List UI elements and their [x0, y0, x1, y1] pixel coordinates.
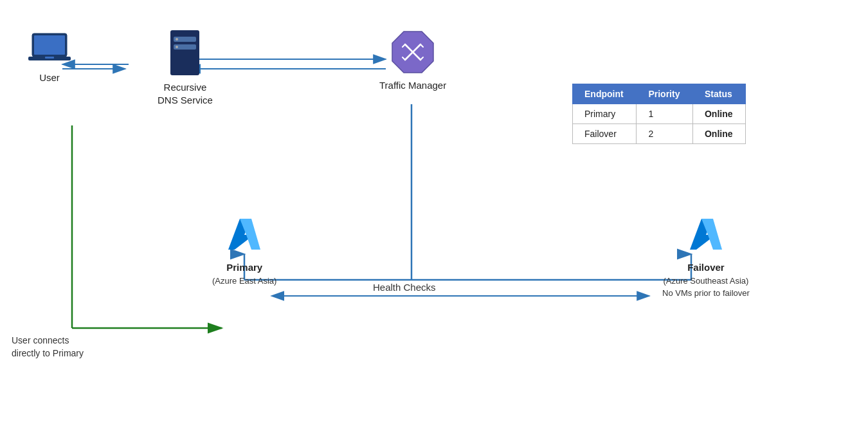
user-label: User: [39, 71, 60, 84]
svg-point-14: [176, 38, 178, 41]
row-primary-status: Online: [692, 104, 745, 124]
failover-node: Failover (Azure Southeast Asia) No VMs p…: [662, 212, 750, 299]
laptop-icon: [27, 32, 72, 68]
server-icon: [167, 29, 203, 77]
green-arrow-label: User connects directly to Primary: [12, 335, 84, 360]
diagram-container: User Recursive DNS Service: [0, 0, 868, 422]
failover-label: Failover (Azure Southeast Asia) No VMs p…: [662, 261, 750, 299]
row-failover-status: Online: [692, 124, 745, 144]
dns-label: Recursive DNS Service: [158, 81, 213, 106]
endpoint-table: Endpoint Priority Status Primary 1 Onlin…: [572, 84, 746, 144]
row-primary-endpoint: Primary: [573, 104, 637, 124]
table-header-priority: Priority: [637, 84, 693, 104]
health-checks-label: Health Checks: [373, 282, 436, 293]
table-row-primary: Primary 1 Online: [573, 104, 746, 124]
table-row-failover: Failover 2 Online: [573, 124, 746, 144]
row-failover-endpoint: Failover: [573, 124, 637, 144]
svg-rect-8: [34, 35, 65, 55]
table-header-status: Status: [692, 84, 745, 104]
dns-node: Recursive DNS Service: [158, 29, 213, 106]
row-primary-priority: 1: [637, 104, 693, 124]
azure-failover-icon: [683, 212, 728, 257]
azure-primary-icon: [222, 212, 267, 257]
traffic-manager-icon: [390, 29, 436, 75]
svg-point-15: [176, 46, 178, 48]
traffic-manager-label: Traffic Manager: [379, 79, 446, 92]
user-node: User: [27, 32, 72, 84]
table-header-endpoint: Endpoint: [573, 84, 637, 104]
svg-rect-10: [45, 57, 54, 59]
primary-label: Primary (Azure East Asia): [212, 261, 276, 286]
traffic-manager-node: Traffic Manager: [379, 29, 446, 92]
primary-node: Primary (Azure East Asia): [212, 212, 276, 286]
row-failover-priority: 2: [637, 124, 693, 144]
